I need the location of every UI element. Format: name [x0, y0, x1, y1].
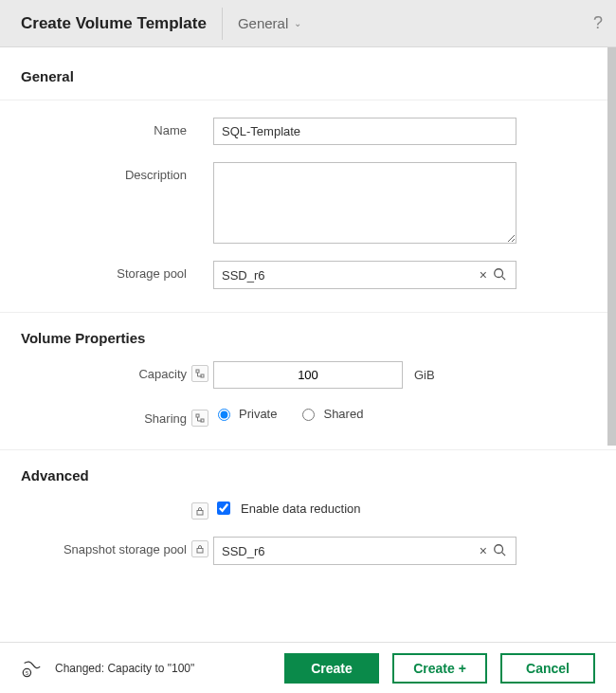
- snapshot-storage-pool-combo[interactable]: SSD_r6 ×: [213, 537, 516, 565]
- clear-icon[interactable]: ×: [476, 543, 491, 558]
- svg-rect-5: [201, 374, 204, 377]
- sharing-shared-radio[interactable]: Shared: [298, 406, 363, 421]
- storage-pool-value: SSD_r6: [222, 268, 476, 283]
- svg-rect-10: [197, 511, 203, 516]
- divider: [0, 312, 616, 313]
- svg-point-0: [495, 268, 503, 277]
- dialog-footer: 5 Changed: Capacity to "100" Create Crea…: [0, 642, 616, 693]
- svg-line-13: [502, 552, 506, 556]
- divider: [222, 8, 223, 40]
- label-empty: [21, 499, 187, 504]
- tab-label: General: [238, 15, 288, 31]
- svg-rect-9: [201, 419, 204, 422]
- svg-text:5: 5: [26, 669, 28, 675]
- sharing-shared-label: Shared: [323, 407, 363, 421]
- divider: [0, 100, 616, 100]
- enable-data-reduction-input[interactable]: [217, 502, 230, 515]
- label-capacity: Capacity: [21, 361, 187, 381]
- tree-icon[interactable]: [191, 365, 208, 382]
- search-icon[interactable]: [491, 267, 508, 283]
- section-title-advanced: Advanced: [21, 467, 595, 483]
- label-description: Description: [21, 162, 187, 182]
- tab-general[interactable]: General ⌄: [238, 15, 301, 31]
- scrollbar-track[interactable]: [607, 47, 616, 446]
- section-title-volume-properties: Volume Properties: [21, 330, 595, 346]
- label-name: Name: [21, 118, 187, 137]
- enable-data-reduction-checkbox[interactable]: Enable data reduction: [213, 499, 360, 518]
- sharing-private-input[interactable]: [218, 409, 230, 421]
- capacity-unit: GiB: [414, 368, 435, 382]
- svg-rect-6: [196, 414, 199, 417]
- name-input[interactable]: [213, 118, 516, 145]
- search-icon[interactable]: [491, 543, 508, 559]
- label-snapshot-storage-pool: Snapshot storage pool: [21, 537, 187, 556]
- sharing-private-label: Private: [239, 407, 277, 421]
- divider: [0, 449, 616, 450]
- scrollbar-thumb[interactable]: [607, 47, 616, 446]
- dialog-title: Create Volume Template: [21, 14, 207, 33]
- svg-rect-11: [197, 549, 203, 554]
- recent-change-icon[interactable]: 5: [21, 658, 42, 679]
- create-plus-button[interactable]: Create +: [392, 653, 487, 684]
- create-button[interactable]: Create: [284, 653, 379, 684]
- description-input[interactable]: [213, 162, 516, 244]
- section-title-general: General: [21, 68, 595, 84]
- clear-icon[interactable]: ×: [476, 267, 491, 283]
- sharing-shared-input[interactable]: [302, 409, 315, 421]
- capacity-input[interactable]: [213, 361, 403, 389]
- lock-icon[interactable]: [191, 502, 208, 520]
- footer-status: Changed: Capacity to "100": [55, 662, 194, 675]
- label-sharing: Sharing: [21, 406, 187, 426]
- snapshot-storage-pool-value: SSD_r6: [222, 544, 476, 558]
- storage-pool-combo[interactable]: SSD_r6 ×: [213, 261, 516, 289]
- sharing-private-radio[interactable]: Private: [213, 406, 277, 421]
- svg-rect-2: [196, 370, 199, 373]
- enable-data-reduction-label: Enable data reduction: [241, 502, 360, 516]
- lock-icon[interactable]: [191, 540, 208, 557]
- chevron-down-icon: ⌄: [294, 18, 301, 28]
- svg-line-1: [502, 276, 506, 280]
- form-body: General Name Description Storage pool SS…: [0, 47, 616, 642]
- svg-point-12: [495, 544, 503, 553]
- tree-icon[interactable]: [191, 410, 208, 427]
- sharing-radio-group: Private Shared: [213, 406, 363, 421]
- help-icon[interactable]: ?: [593, 13, 603, 33]
- cancel-button[interactable]: Cancel: [500, 653, 595, 684]
- label-storage-pool: Storage pool: [21, 261, 187, 281]
- dialog-header: Create Volume Template General ⌄ ?: [0, 0, 616, 47]
